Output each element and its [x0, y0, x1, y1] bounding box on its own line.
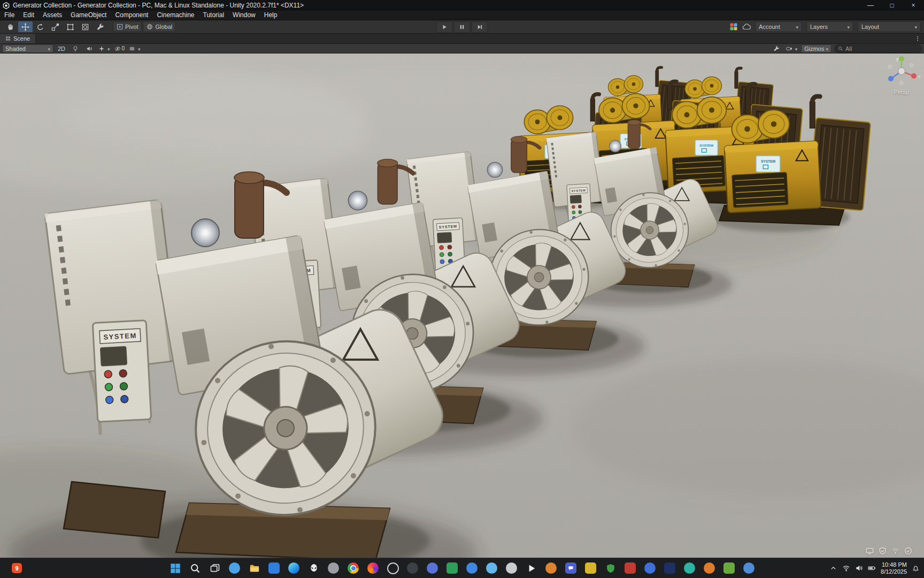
scene-visibility-toggle[interactable]: 0	[113, 45, 126, 52]
layers-dropdown[interactable]: Layers	[806, 21, 853, 32]
overflow-shield-icon[interactable]	[879, 547, 887, 555]
taskbar-app-icon-3[interactable]	[406, 562, 419, 575]
draw-mode-dropdown[interactable]: Shaded	[2, 44, 53, 53]
taskbar-date: 8/12/2025	[881, 568, 907, 575]
menu-cinemachine[interactable]: Cinemachine	[152, 11, 198, 20]
camera-settings-dropdown[interactable]	[785, 45, 799, 52]
minimize-button[interactable]: —	[860, 0, 881, 11]
taskbar-app-icon-8[interactable]	[584, 562, 597, 575]
grid-settings-dropdown[interactable]	[128, 45, 142, 52]
notification-bell-icon[interactable]	[912, 564, 920, 572]
taskbar-app-icon-12[interactable]	[683, 562, 696, 575]
global-toggle[interactable]: Global	[143, 21, 176, 32]
axis-x-handle[interactable]	[911, 73, 917, 79]
taskbar-app-icon-13[interactable]	[703, 562, 716, 575]
menu-assets[interactable]: Assets	[38, 11, 66, 20]
pivot-toggle[interactable]: Pivot	[113, 21, 142, 32]
axis-negative-handle[interactable]	[910, 64, 914, 67]
chevron-down-icon	[136, 45, 141, 52]
taskbar-phone-icon[interactable]	[426, 562, 439, 575]
2d-toggle[interactable]: 2D	[56, 45, 67, 52]
account-dropdown[interactable]: Account	[755, 21, 802, 32]
taskbar-app-icon-14[interactable]	[723, 562, 736, 575]
maximize-button[interactable]: □	[881, 0, 903, 11]
taskbar-edge-icon[interactable]	[288, 562, 301, 575]
taskbar-app-icon-7[interactable]	[545, 562, 558, 575]
taskbar-shield-icon[interactable]	[604, 562, 617, 575]
taskbar-app-icon-6[interactable]	[505, 562, 518, 575]
custom-tool[interactable]	[93, 21, 107, 32]
taskbar-alien-icon[interactable]	[307, 562, 320, 575]
move-tool[interactable]	[18, 21, 33, 32]
tray-wifi-icon[interactable]	[842, 564, 850, 572]
taskbar-search-icon[interactable]	[189, 562, 202, 575]
menu-edit[interactable]: Edit	[19, 11, 38, 20]
overflow-network-icon[interactable]	[891, 547, 899, 555]
taskbar-app-icon-4[interactable]	[466, 562, 479, 575]
menu-file[interactable]: File	[0, 11, 19, 20]
tab-options-icon[interactable]	[911, 34, 924, 43]
taskbar-app-icon-5[interactable]	[486, 562, 498, 575]
overflow-display-icon[interactable]	[866, 547, 874, 555]
taskbar-explorer-icon[interactable]	[248, 562, 261, 575]
tray-speaker-icon[interactable]	[855, 564, 863, 572]
gizmo-center-handle[interactable]	[898, 68, 905, 75]
orientation-gizmo[interactable]: y x	[880, 54, 923, 88]
axis-z-handle[interactable]	[888, 76, 894, 81]
taskbar-app-icon-1[interactable]	[327, 562, 340, 575]
layout-label: Layout	[861, 24, 879, 30]
gizmos-dropdown[interactable]: Gizmos	[801, 44, 831, 53]
transform-tool[interactable]	[78, 21, 93, 32]
menu-help[interactable]: Help	[260, 11, 282, 20]
chevron-down-icon	[106, 45, 110, 52]
audio-toggle[interactable]	[83, 45, 95, 52]
menu-tutorial[interactable]: Tutorial	[199, 11, 229, 20]
taskbar-widgets-icon[interactable]	[228, 562, 241, 575]
pause-button[interactable]	[454, 21, 471, 33]
taskbar-app-icon-2[interactable]	[387, 562, 399, 575]
taskbar-chart-icon[interactable]	[446, 562, 459, 575]
scale-tool[interactable]	[48, 21, 63, 32]
step-button[interactable]	[472, 21, 488, 33]
pause-icon	[459, 24, 466, 31]
speaker-icon	[86, 45, 93, 52]
hand-tool[interactable]	[3, 21, 18, 32]
projection-label[interactable]: Persp	[880, 89, 923, 95]
tab-scene[interactable]: Scene	[0, 34, 36, 43]
taskbar-app-icon-15[interactable]	[743, 562, 756, 575]
menu-component[interactable]: Component	[111, 11, 152, 20]
taskbar-app-icon-10[interactable]	[644, 562, 657, 575]
effects-dropdown[interactable]	[97, 45, 111, 52]
close-button[interactable]: ×	[903, 0, 924, 11]
scene-tools-icon[interactable]	[771, 45, 782, 52]
taskbar-app-icon-11[interactable]	[664, 562, 676, 575]
tray-chevron-up-icon[interactable]	[829, 564, 837, 572]
taskbar-clock[interactable]: 10:48 PM 8/12/2025	[881, 561, 907, 575]
taskbar-taskview-icon[interactable]	[209, 562, 221, 575]
taskbar-app-icon-9[interactable]	[624, 562, 637, 575]
taskbar-media-icon[interactable]	[525, 562, 538, 575]
overflow-status-icon[interactable]	[904, 547, 912, 555]
tray-battery-icon[interactable]	[868, 564, 876, 572]
layout-dropdown[interactable]: Layout	[858, 21, 921, 32]
taskbar-start-icon[interactable]	[169, 562, 182, 575]
rotate-tool[interactable]	[33, 21, 48, 32]
taskbar-chrome-icon[interactable]	[347, 562, 360, 575]
cloud-icon[interactable]	[742, 22, 751, 31]
menu-gameobject[interactable]: GameObject	[66, 11, 111, 20]
chevron-down-icon	[46, 45, 50, 52]
notification-badge[interactable]: 9	[12, 563, 22, 573]
taskbar-firefox-icon[interactable]	[367, 562, 380, 575]
menu-window[interactable]: Window	[228, 11, 260, 20]
rect-tool[interactable]	[63, 21, 78, 32]
taskbar-chat-icon[interactable]	[565, 562, 578, 575]
scene-viewport[interactable]: SYSTEMSYSTEMSYSTEMSYSTEMSYSTEMSYSTEMSYST…	[0, 54, 924, 558]
services-grid-icon[interactable]	[729, 22, 738, 31]
play-button[interactable]	[436, 21, 453, 33]
scene-search-input[interactable]: All	[834, 44, 922, 53]
lighting-toggle[interactable]	[70, 45, 81, 52]
axis-negative-handle[interactable]	[900, 81, 904, 85]
axis-y-handle[interactable]	[899, 56, 904, 62]
taskbar-store-icon[interactable]	[268, 562, 281, 575]
axis-negative-handle[interactable]	[888, 65, 892, 69]
